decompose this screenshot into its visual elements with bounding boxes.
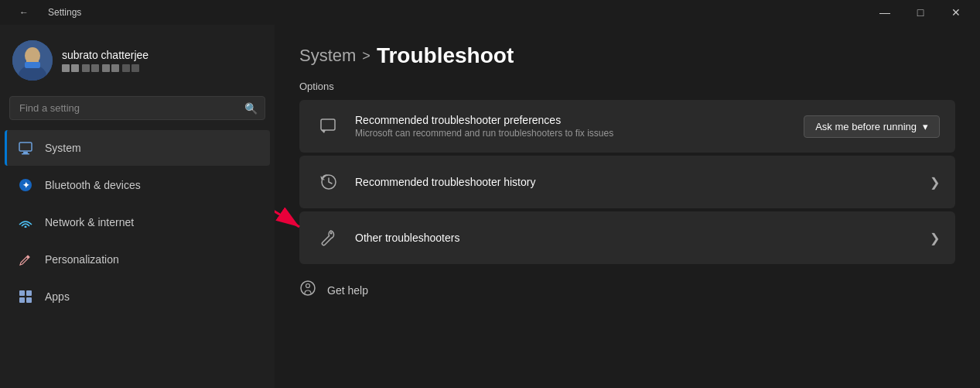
bluetooth-icon: ✦ — [17, 177, 34, 194]
title-bar: ← Settings — □ ✕ — [0, 0, 980, 25]
svg-point-10 — [25, 226, 27, 228]
personalization-icon — [17, 251, 34, 268]
svg-rect-4 — [25, 62, 40, 68]
recommended-prefs-subtitle: Microsoft can recommend and run troubles… — [355, 128, 804, 139]
section-label: Options — [299, 81, 955, 92]
sidebar-item-apps[interactable]: Apps — [5, 279, 270, 314]
search-input[interactable] — [9, 96, 265, 120]
other-troubleshooters-title: Other troubleshooters — [355, 232, 930, 244]
chevron-right-icon: ❯ — [930, 175, 940, 190]
svg-rect-7 — [22, 153, 29, 155]
sidebar-item-personalization-label: Personalization — [45, 253, 119, 266]
svg-text:✦: ✦ — [22, 180, 29, 190]
breadcrumb-parent: System — [299, 46, 356, 66]
network-icon — [17, 214, 34, 231]
svg-rect-5 — [19, 142, 32, 151]
avatar — [12, 40, 53, 81]
get-help-section[interactable]: Get help — [299, 267, 955, 300]
svg-rect-12 — [26, 290, 32, 296]
user-info: subrato chatterjee — [62, 49, 149, 72]
sidebar-item-apps-label: Apps — [45, 290, 70, 303]
minimize-button[interactable]: — — [867, 0, 903, 25]
user-name: subrato chatterjee — [62, 49, 149, 61]
main-container: subrato chatterjee — [0, 25, 980, 388]
sidebar: subrato chatterjee — [0, 25, 275, 388]
user-dots — [62, 64, 149, 72]
sidebar-item-network-label: Network & internet — [45, 216, 134, 228]
sidebar-item-network[interactable]: Network & internet — [5, 204, 270, 240]
svg-point-17 — [330, 232, 333, 235]
back-button[interactable]: ← — [6, 0, 42, 25]
user-profile[interactable]: subrato chatterjee — [0, 31, 275, 93]
recommended-history-text: Recommended troubleshooter history — [355, 176, 930, 188]
other-troubleshooters-text: Other troubleshooters — [355, 232, 930, 244]
svg-point-20 — [306, 284, 310, 288]
close-button[interactable]: ✕ — [938, 0, 974, 25]
sidebar-item-bluetooth-label: Bluetooth & devices — [45, 179, 141, 191]
chevron-right-icon-2: ❯ — [930, 231, 940, 246]
get-help-icon — [299, 280, 316, 300]
apps-icon — [17, 288, 34, 305]
recommended-prefs-action: Ask me before running ▾ — [804, 115, 940, 138]
sidebar-item-system[interactable]: System — [5, 130, 270, 166]
system-icon — [17, 139, 34, 156]
breadcrumb-separator: > — [362, 48, 370, 64]
search-box: 🔍 — [9, 96, 265, 120]
sidebar-item-personalization[interactable]: Personalization — [5, 242, 270, 277]
other-troubleshooters-card[interactable]: Other troubleshooters ❯ — [299, 211, 955, 264]
chevron-down-icon: ▾ — [923, 121, 928, 132]
title-bar-controls: — □ ✕ — [867, 0, 974, 25]
chat-icon — [315, 112, 343, 140]
app-title: Settings — [48, 7, 81, 18]
ask-before-running-dropdown[interactable]: Ask me before running ▾ — [804, 115, 940, 138]
dropdown-label: Ask me before running — [815, 121, 917, 132]
svg-rect-15 — [321, 119, 335, 130]
search-icon: 🔍 — [244, 102, 258, 115]
maximize-button[interactable]: □ — [903, 0, 938, 25]
svg-rect-13 — [19, 297, 25, 303]
get-help-label: Get help — [327, 284, 368, 297]
recommended-prefs-title: Recommended troubleshooter preferences — [355, 114, 804, 126]
sidebar-item-system-label: System — [45, 142, 81, 154]
svg-rect-14 — [26, 297, 32, 303]
recommended-prefs-text: Recommended troubleshooter preferences M… — [355, 114, 804, 139]
wrench-icon — [315, 224, 343, 252]
recommended-history-card[interactable]: Recommended troubleshooter history ❯ — [299, 156, 955, 208]
content-area: System > Troubleshoot Options Recommende… — [275, 25, 980, 388]
breadcrumb: System > Troubleshoot — [299, 43, 955, 68]
history-icon — [315, 168, 343, 196]
svg-rect-6 — [23, 152, 28, 153]
recommended-history-title: Recommended troubleshooter history — [355, 176, 930, 188]
title-bar-left: ← Settings — [6, 0, 81, 25]
breadcrumb-current: Troubleshoot — [377, 43, 514, 68]
svg-rect-11 — [19, 290, 25, 296]
sidebar-item-bluetooth[interactable]: ✦ Bluetooth & devices — [5, 167, 270, 203]
recommended-prefs-card[interactable]: Recommended troubleshooter preferences M… — [299, 100, 955, 153]
